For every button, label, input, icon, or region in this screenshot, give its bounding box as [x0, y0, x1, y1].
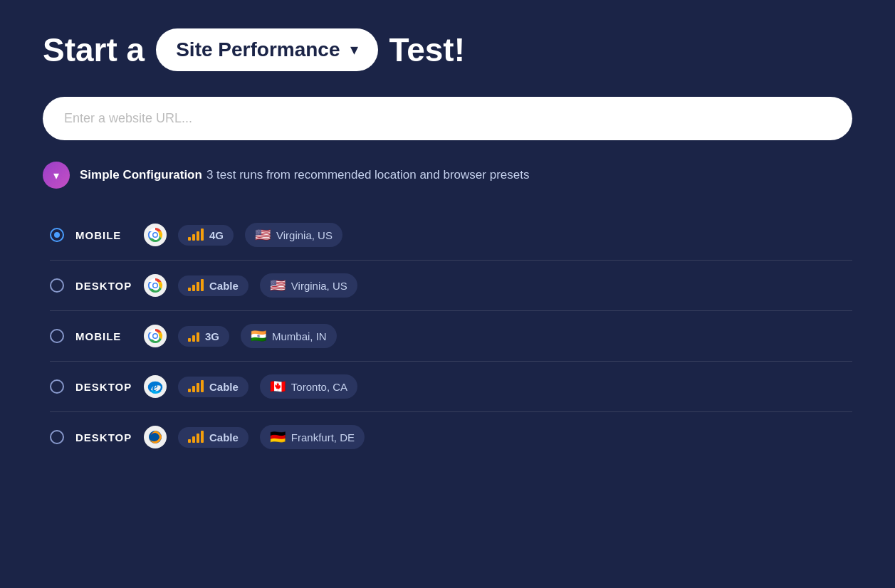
signal-bar-1: [188, 338, 191, 342]
signal-bar-3: [197, 434, 199, 443]
signal-bar-1: [188, 439, 191, 443]
header-suffix: Test!: [389, 31, 466, 69]
test-type-dropdown[interactable]: Site Performance ▾: [156, 28, 377, 71]
test-row[interactable]: MOBILE 3G 🇮🇳: [50, 311, 852, 362]
connection-type-label: 3G: [205, 330, 219, 342]
location-label: Frankfurt, DE: [291, 431, 355, 443]
connection-badge: Cable: [178, 377, 248, 397]
country-flag-icon: 🇮🇳: [251, 328, 266, 344]
svg-point-20: [152, 434, 159, 441]
location-label: Virginia, US: [291, 280, 347, 292]
edge-browser-icon: 𝒆: [144, 375, 167, 398]
radio-button[interactable]: [50, 379, 64, 394]
url-input[interactable]: [43, 97, 852, 140]
country-flag-icon: 🇨🇦: [270, 379, 286, 394]
device-type-label: DESKTOP: [75, 381, 132, 393]
svg-point-9: [154, 284, 157, 288]
signal-strength-icon: [188, 381, 204, 392]
svg-point-14: [154, 335, 157, 338]
connection-type-label: 4G: [209, 229, 224, 241]
chevron-down-icon: ▾: [350, 41, 358, 59]
config-detail-text: 3 test runs from recommended location an…: [206, 168, 530, 182]
radio-button[interactable]: [50, 430, 64, 444]
signal-bar-1: [188, 389, 191, 392]
config-bold-text: Simple Configuration: [80, 168, 202, 182]
device-type-label: DESKTOP: [75, 280, 132, 292]
location-badge: 🇺🇸 Virginia, US: [245, 223, 342, 247]
config-description: Simple Configuration3 test runs from rec…: [80, 168, 529, 182]
signal-strength-icon: [188, 330, 199, 342]
dropdown-label: Site Performance: [176, 38, 340, 61]
page-header: Start a Site Performance ▾ Test!: [43, 28, 852, 71]
connection-badge: Cable: [178, 275, 248, 296]
country-flag-icon: 🇩🇪: [270, 429, 286, 445]
config-toggle-button[interactable]: ▾: [43, 162, 70, 189]
country-flag-icon: 🇺🇸: [255, 227, 271, 243]
connection-type-label: Cable: [209, 280, 239, 292]
header-prefix: Start a: [43, 31, 145, 69]
location-badge: 🇮🇳 Mumbai, IN: [241, 324, 337, 348]
signal-strength-icon: [188, 280, 204, 291]
radio-button[interactable]: [50, 278, 64, 293]
radio-dot: [54, 232, 60, 238]
device-type-label: MOBILE: [75, 330, 132, 342]
location-label: Mumbai, IN: [272, 330, 327, 342]
device-type-label: DESKTOP: [75, 431, 132, 443]
connection-badge: 4G: [178, 225, 234, 246]
connection-badge: Cable: [178, 427, 248, 448]
simple-config-section: ▾ Simple Configuration3 test runs from r…: [43, 162, 852, 189]
signal-bar-4: [201, 279, 204, 291]
country-flag-icon: 🇺🇸: [270, 278, 286, 293]
connection-badge: 3G: [178, 326, 229, 347]
chrome-browser-icon: [144, 224, 167, 246]
chrome-browser-icon: [144, 274, 167, 297]
svg-point-4: [154, 233, 157, 237]
signal-bar-1: [188, 237, 191, 241]
signal-bar-2: [192, 335, 195, 342]
chevron-down-icon: ▾: [53, 169, 59, 182]
signal-strength-icon: [188, 229, 204, 241]
signal-strength-icon: [188, 431, 204, 443]
firefox-browser-icon: [144, 426, 167, 448]
signal-bar-2: [192, 285, 195, 291]
location-label: Virginia, US: [276, 229, 333, 241]
connection-type-label: Cable: [209, 381, 239, 393]
radio-button[interactable]: [50, 329, 64, 343]
signal-bar-3: [197, 282, 199, 291]
test-row[interactable]: DESKTOP 𝒆 Cable 🇨🇦 Toronto, CA: [50, 362, 852, 412]
connection-type-label: Cable: [209, 431, 239, 443]
signal-bar-4: [201, 380, 204, 392]
test-rows-container: MOBILE 4G 🇺🇸: [50, 210, 852, 462]
test-row[interactable]: DESKTOP Cable: [50, 261, 852, 311]
signal-bar-2: [192, 436, 195, 443]
device-type-label: MOBILE: [75, 229, 132, 241]
signal-bar-4: [201, 229, 204, 241]
chrome-browser-icon: [144, 325, 167, 347]
location-badge: 🇺🇸 Virginia, US: [260, 273, 357, 298]
test-row[interactable]: DESKTOP Cable 🇩🇪 Frankfurt, DE: [50, 412, 852, 462]
location-badge: 🇨🇦 Toronto, CA: [260, 374, 357, 399]
signal-bar-2: [192, 234, 195, 241]
signal-bar-2: [192, 386, 195, 392]
radio-button[interactable]: [50, 228, 64, 242]
signal-bar-3: [197, 231, 199, 241]
signal-bar-1: [188, 288, 191, 291]
signal-bar-3: [197, 332, 199, 342]
test-row[interactable]: MOBILE 4G 🇺🇸: [50, 210, 852, 261]
location-label: Toronto, CA: [291, 381, 347, 393]
signal-bar-3: [197, 383, 199, 392]
url-input-wrapper: [43, 97, 852, 140]
signal-bar-4: [201, 431, 204, 443]
location-badge: 🇩🇪 Frankfurt, DE: [260, 425, 365, 449]
